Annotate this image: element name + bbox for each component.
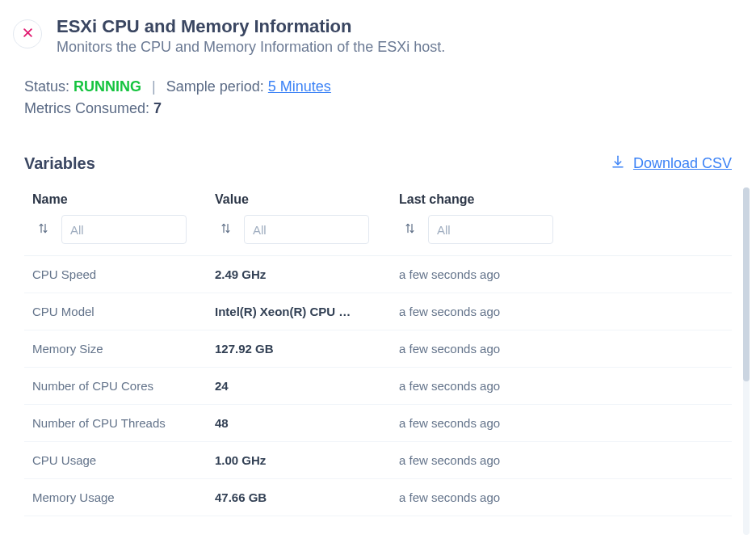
status-line: Status: RUNNING | Sample period: 5 Minut…	[24, 78, 732, 95]
cell-name: Memory Size	[32, 342, 215, 356]
table-row[interactable]: Number of CPU Threads48a few seconds ago	[24, 405, 732, 442]
table-row[interactable]: Memory Size127.92 GBa few seconds ago	[24, 330, 732, 368]
cell-value: 24	[215, 379, 399, 393]
cell-last-change: a few seconds ago	[399, 490, 724, 504]
status-separator: |	[152, 78, 156, 95]
sort-icon	[404, 222, 416, 238]
cell-last-change: a few seconds ago	[399, 416, 724, 430]
cell-value: 2.49 GHz	[215, 267, 399, 281]
scrollbar-vertical[interactable]	[743, 187, 750, 535]
cell-last-change: a few seconds ago	[399, 453, 724, 467]
sample-period-label: Sample period:	[166, 78, 268, 95]
cell-last-change: a few seconds ago	[399, 305, 724, 318]
download-icon	[611, 154, 625, 173]
table-header: Name Value	[24, 187, 732, 256]
metrics-label: Metrics Consumed:	[24, 100, 153, 116]
sort-button-name[interactable]	[32, 219, 53, 240]
filter-input-name[interactable]	[61, 215, 187, 244]
table-row[interactable]: Number of CPU Cores24a few seconds ago	[24, 368, 732, 405]
cell-name: CPU Model	[32, 305, 215, 318]
cell-value: 1.00 GHz	[215, 453, 399, 467]
sort-button-last-change[interactable]	[399, 219, 420, 240]
filter-input-value[interactable]	[244, 215, 369, 244]
cell-last-change: a few seconds ago	[399, 379, 724, 393]
metrics-line: Metrics Consumed: 7	[24, 100, 732, 117]
table-row[interactable]: Memory Usage47.66 GBa few seconds ago	[24, 479, 732, 516]
download-csv-label: Download CSV	[633, 155, 732, 172]
cell-value: 127.92 GB	[215, 342, 399, 356]
close-icon	[22, 27, 34, 41]
column-header-name: Name	[32, 192, 215, 207]
cell-value: 47.66 GB	[215, 490, 399, 504]
cell-name: Number of CPU Cores	[32, 379, 215, 393]
table-row[interactable]: CPU Usage1.00 GHza few seconds ago	[24, 442, 732, 479]
cell-name: CPU Speed	[32, 267, 215, 281]
cell-value: 48	[215, 416, 399, 430]
cell-last-change: a few seconds ago	[399, 342, 724, 356]
cell-name: Memory Usage	[32, 490, 215, 504]
sort-icon	[37, 222, 49, 238]
cell-last-change: a few seconds ago	[399, 267, 724, 281]
cell-name: CPU Usage	[32, 453, 215, 467]
table-row[interactable]: CPU Speed2.49 GHza few seconds ago	[24, 256, 732, 293]
status-label: Status:	[24, 78, 74, 95]
sort-icon	[220, 222, 232, 238]
column-header-last-change: Last change	[399, 192, 724, 207]
section-title-variables: Variables	[24, 154, 95, 173]
scrollbar-thumb[interactable]	[743, 187, 750, 381]
close-button[interactable]	[13, 19, 42, 48]
page-title: ESXi CPU and Memory Information	[57, 16, 732, 37]
sort-button-value[interactable]	[215, 219, 236, 240]
status-value: RUNNING	[74, 78, 141, 95]
variables-table: Name Value	[24, 187, 732, 516]
page-subtitle: Monitors the CPU and Memory Information …	[57, 39, 732, 56]
metrics-value: 7	[153, 100, 162, 116]
column-header-value: Value	[215, 192, 399, 207]
download-csv-link[interactable]: Download CSV	[611, 154, 732, 173]
sample-period-link[interactable]: 5 Minutes	[268, 78, 331, 95]
filter-input-last-change[interactable]	[428, 215, 553, 244]
cell-value: Intel(R) Xeon(R) CPU …	[215, 305, 399, 318]
table-body: CPU Speed2.49 GHza few seconds agoCPU Mo…	[24, 256, 732, 516]
table-row[interactable]: CPU ModelIntel(R) Xeon(R) CPU …a few sec…	[24, 293, 732, 330]
cell-name: Number of CPU Threads	[32, 416, 215, 430]
